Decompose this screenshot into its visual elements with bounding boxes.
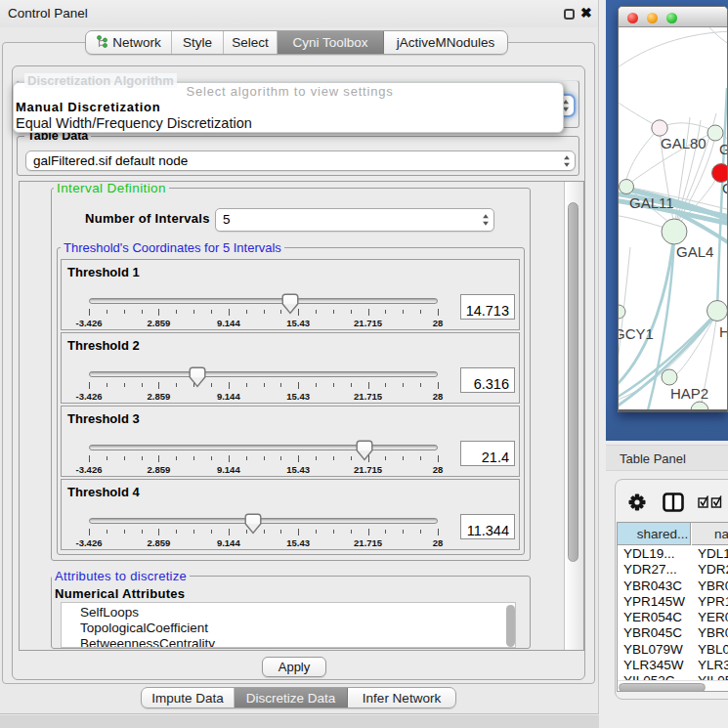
svg-text:GAL80: GAL80	[661, 135, 707, 151]
svg-text:HAP2: HAP2	[670, 385, 708, 402]
svg-text:H: H	[719, 323, 727, 340]
svg-text:GAL11: GAL11	[629, 194, 674, 211]
svg-text:GAL4: GAL4	[676, 243, 713, 260]
svg-text:GA: GA	[719, 141, 727, 157]
svg-text:G: G	[722, 180, 727, 196]
svg-text:GCY1: GCY1	[619, 325, 654, 342]
